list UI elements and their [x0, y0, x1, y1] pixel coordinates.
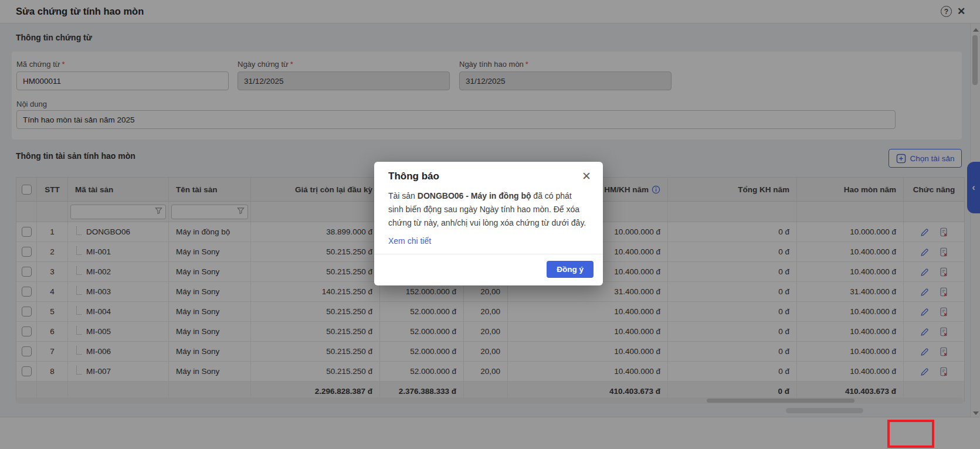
view-details-link[interactable]: Xem chi tiết: [374, 230, 603, 246]
notification-modal: Thông báo ✕ Tài sản DONGBO06 - Máy in đồ…: [374, 162, 603, 285]
asset-name-bold: DONGBO06 - Máy in đồng bộ: [418, 191, 531, 200]
edit-depreciation-dialog: Sửa chứng từ tính hao mòn ? ✕ Thông tin …: [0, 0, 980, 449]
modal-footer: Đồng ý: [374, 254, 603, 285]
ok-button[interactable]: Đồng ý: [547, 261, 594, 278]
modal-body-text: Tài sản DONGBO06 - Máy in đồng bộ đã có …: [374, 185, 603, 230]
modal-header: Thông báo ✕: [374, 162, 603, 185]
modal-close-icon[interactable]: ✕: [582, 171, 591, 182]
modal-title: Thông báo: [388, 171, 439, 182]
